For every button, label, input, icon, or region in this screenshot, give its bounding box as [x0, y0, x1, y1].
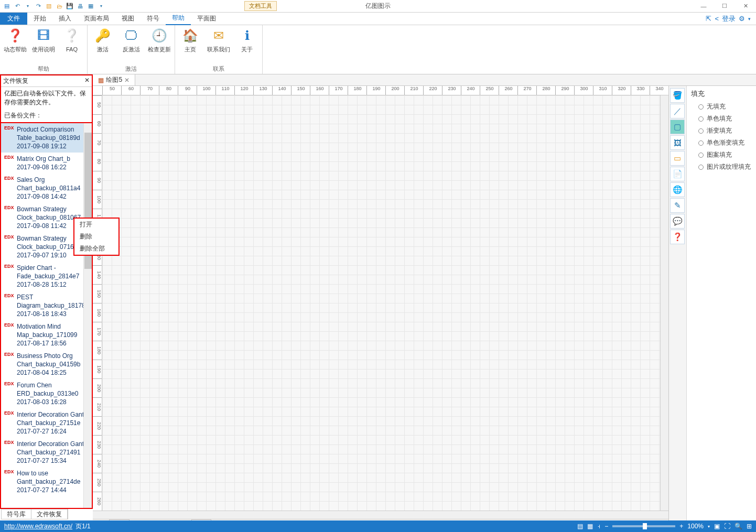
- share-icon[interactable]: ⇱: [706, 15, 711, 23]
- backup-file-item[interactable]: EDXForum Chen ERD_backup_0313e02017-08-0…: [1, 379, 92, 408]
- fill-gradient-option[interactable]: 渐变填充: [691, 125, 756, 137]
- minimize-icon[interactable]: —: [693, 0, 714, 13]
- dynamic-help-button[interactable]: ❓动态帮助: [3, 27, 27, 62]
- ruler-tick: 330: [631, 86, 650, 95]
- check-update-button[interactable]: 🕘检查更新: [147, 27, 171, 62]
- backup-file-item[interactable]: EDXSpider Chart - Fade_backup_2814e72017…: [1, 262, 92, 291]
- view-mode-icon[interactable]: ▦: [587, 523, 593, 530]
- context-delete[interactable]: 删除: [74, 231, 118, 243]
- tab-file-recover[interactable]: 文件恢复: [31, 509, 68, 519]
- open-icon[interactable]: 🗁: [55, 2, 64, 11]
- tab-symbol-lib[interactable]: 符号库: [2, 509, 31, 519]
- image-tool-icon[interactable]: 🖼: [670, 135, 685, 150]
- zoom-out-icon[interactable]: −: [604, 523, 608, 530]
- fill-texture-option[interactable]: 图片或纹理填充: [691, 161, 756, 173]
- print-icon[interactable]: 🖶: [75, 2, 85, 11]
- zoom-slider[interactable]: [612, 525, 675, 527]
- fit-width-icon[interactable]: ⫞: [597, 523, 600, 530]
- zoom-dropdown-icon[interactable]: ▾: [708, 524, 710, 529]
- ribbon-group-activate: 🔑激活 🖵反激活 🕘检查更新 激活: [88, 25, 175, 74]
- tab-symbol[interactable]: 符号: [141, 13, 166, 25]
- qat-dropdown-icon[interactable]: ▾: [96, 2, 106, 11]
- shadow-tool-icon[interactable]: ▢: [670, 120, 685, 134]
- fill-none-option[interactable]: 无填充: [691, 101, 756, 113]
- maximize-icon[interactable]: ☐: [714, 0, 735, 13]
- app-icon[interactable]: ▤: [2, 2, 12, 11]
- scrollbar-horizontal[interactable]: [93, 511, 668, 519]
- undo-icon[interactable]: ↶: [13, 2, 22, 11]
- deactivate-button[interactable]: 🖵反激活: [119, 27, 143, 62]
- manual-button[interactable]: 🎞使用说明: [31, 27, 56, 62]
- ruler-tick: 260: [499, 86, 517, 95]
- activate-button[interactable]: 🔑激活: [91, 27, 115, 62]
- fill-solid-option[interactable]: 单色填充: [691, 113, 756, 125]
- about-button[interactable]: ℹ关于: [235, 27, 259, 62]
- ruler-tick: 220: [93, 416, 102, 435]
- close-icon[interactable]: ✕: [735, 0, 756, 13]
- doc-tool-tab[interactable]: 文档工具: [244, 1, 277, 11]
- export-icon[interactable]: ▦: [86, 2, 95, 11]
- tab-file[interactable]: 文件: [0, 13, 27, 25]
- grid-icon[interactable]: ⊞: [747, 523, 752, 530]
- scrollbar-vertical[interactable]: [83, 123, 92, 508]
- backup-file-item[interactable]: EDXInterior Decoration Gantt Chart_backu…: [1, 408, 92, 438]
- share2-icon[interactable]: <: [715, 15, 719, 23]
- fit-page-icon[interactable]: ▣: [714, 523, 720, 530]
- panel-close-icon[interactable]: ✕: [84, 77, 90, 85]
- backup-file-time: 2017-09-08 16:22: [17, 163, 70, 171]
- doc-tab-close-icon[interactable]: ✕: [124, 77, 129, 84]
- fill-tool-icon[interactable]: 🪣: [670, 88, 685, 103]
- backup-file-item[interactable]: EDXSales Org Chart_backup_0811a42017-09-…: [1, 173, 92, 203]
- canvas-area: ▦ 绘图5 ✕ 50607080901001101201301401501601…: [93, 74, 756, 509]
- fill-pattern-option[interactable]: 图案填充: [691, 149, 756, 161]
- drawing-canvas[interactable]: [102, 95, 660, 511]
- login-button[interactable]: 登录: [722, 14, 736, 24]
- context-delete-all[interactable]: 删除全部: [74, 243, 118, 255]
- redo-icon[interactable]: ↷: [34, 2, 43, 11]
- gear-icon[interactable]: ⚙: [739, 15, 745, 23]
- home-button[interactable]: 🏠主页: [178, 27, 202, 62]
- new-icon[interactable]: ▧: [44, 2, 53, 11]
- fullscreen-icon[interactable]: ⛶: [724, 523, 730, 530]
- ruler-tick: 260: [93, 492, 102, 511]
- backup-file-item[interactable]: EDXProduct Comparison Table_backup_08189…: [1, 123, 92, 153]
- tab-view[interactable]: 视图: [115, 13, 141, 25]
- backup-file-item[interactable]: EDXMatrix Org Chart_b2017-09-08 16:22: [1, 153, 92, 173]
- doc-tab[interactable]: ▦ 绘图5 ✕: [93, 74, 135, 85]
- save-icon[interactable]: 💾: [65, 2, 74, 11]
- tab-start[interactable]: 开始: [27, 13, 52, 25]
- tab-insert[interactable]: 插入: [52, 13, 78, 25]
- collapse-ribbon-icon[interactable]: ▾: [748, 16, 751, 21]
- ruler-tick: 240: [461, 86, 480, 95]
- zoom-in-icon[interactable]: +: [679, 523, 683, 530]
- tab-help[interactable]: 帮助: [166, 12, 191, 25]
- status-url[interactable]: http://www.edrawsoft.cn/: [4, 523, 72, 530]
- help-tool-icon[interactable]: ❓: [670, 230, 685, 244]
- undo-dropdown-icon[interactable]: ▾: [23, 2, 33, 11]
- layer-tool-icon[interactable]: ▭: [670, 151, 685, 166]
- tab-layout[interactable]: 页面布局: [78, 13, 115, 25]
- text-tool-icon[interactable]: 📄: [670, 167, 685, 181]
- globe-tool-icon[interactable]: 🌐: [670, 182, 685, 197]
- fill-solid-gradient-option[interactable]: 单色渐变填充: [691, 137, 756, 149]
- backup-file-item[interactable]: EDXInterior Decoration Gantt Chart_backu…: [1, 438, 92, 467]
- context-open[interactable]: 打开: [74, 219, 118, 231]
- contact-us-button[interactable]: ✉联系我们: [207, 27, 231, 62]
- backup-file-item[interactable]: EDXHow to use Gantt_backup_2714de2017-07…: [1, 467, 92, 496]
- backup-file-item[interactable]: EDXMotivation Mind Map_backup_1710992017…: [1, 320, 92, 350]
- line-tool-icon[interactable]: ／: [670, 104, 685, 118]
- backup-file-item[interactable]: EDXPEST Diagram_backup_1817842017-08-18 …: [1, 291, 92, 320]
- faq-button[interactable]: ❔FAQ: [60, 27, 84, 62]
- search-icon[interactable]: 🔍: [735, 523, 742, 530]
- ruler-tick: 200: [93, 378, 102, 397]
- backup-file-list: EDXProduct Comparison Table_backup_08189…: [1, 123, 92, 508]
- comment-tool-icon[interactable]: 💬: [670, 214, 685, 229]
- edit-tool-icon[interactable]: ✎: [670, 198, 685, 213]
- scrollbar-vertical[interactable]: [660, 95, 668, 511]
- menu-tabs: 文件 开始 插入 页面布局 视图 符号 帮助 平面图 ⇱ < 登录 ⚙ ▾: [0, 13, 756, 25]
- backup-file-item[interactable]: EDXBusiness Photo Org Chart_backup_04159…: [1, 350, 92, 379]
- backup-file-time: 2017-08-18 18:43: [17, 310, 89, 318]
- view-mode-icon[interactable]: ▤: [577, 523, 583, 530]
- doc-tab-bar: ▦ 绘图5 ✕: [93, 74, 756, 86]
- tab-plan[interactable]: 平面图: [191, 13, 222, 25]
